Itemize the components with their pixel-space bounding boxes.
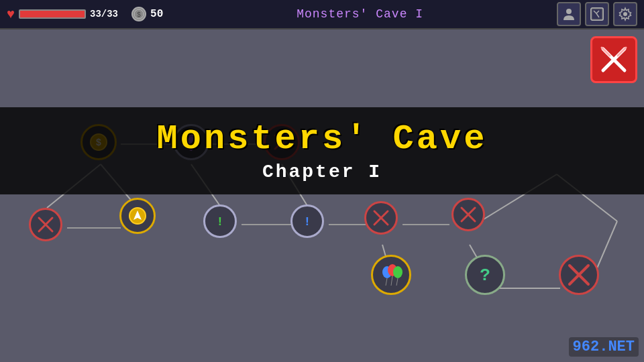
banner-subtitle: Chapter I <box>0 162 644 182</box>
health-bar-fill <box>20 11 85 17</box>
svg-line-24 <box>602 48 610 56</box>
svg-point-44 <box>393 266 402 278</box>
character-button[interactable] <box>557 2 581 26</box>
watermark-prefix: 9 <box>573 339 582 355</box>
svg-line-47 <box>396 278 398 286</box>
battle-button[interactable] <box>590 36 637 83</box>
svg-line-25 <box>618 48 626 56</box>
level-title: Monsters' Cave I <box>163 7 557 21</box>
svg-text:!: ! <box>217 215 224 229</box>
coin-container: $ 50 <box>131 7 163 21</box>
title-banner: Monsters' Cave Chapter I <box>0 107 644 194</box>
map-button[interactable] <box>585 2 609 26</box>
map-node-unknown[interactable]: ? <box>465 255 505 295</box>
settings-button[interactable] <box>613 2 637 26</box>
svg-line-46 <box>391 276 392 286</box>
svg-line-15 <box>597 221 617 268</box>
heart-icon: ♥ <box>7 7 15 22</box>
map-node-combat-4[interactable] <box>29 208 62 241</box>
map-node-combat-12[interactable] <box>559 255 599 295</box>
svg-point-21 <box>623 12 627 16</box>
health-container: ♥ 33/33 <box>7 7 118 22</box>
svg-point-18 <box>566 9 572 14</box>
health-text: 33/33 <box>90 9 118 19</box>
hud-bar: ♥ 33/33 $ 50 Monsters' Cave I <box>0 0 644 29</box>
map-node-arrow[interactable] <box>119 198 156 234</box>
svg-line-45 <box>386 278 387 286</box>
svg-text:!: ! <box>304 215 311 229</box>
map-node-combat-9[interactable] <box>451 198 485 231</box>
map-node-event-6[interactable]: ! <box>203 204 237 238</box>
hud-icons <box>557 2 637 26</box>
health-bar <box>19 9 86 19</box>
banner-title: Monsters' Cave <box>0 119 644 159</box>
coin-icon: $ <box>131 7 146 21</box>
map-node-balloon[interactable] <box>371 255 411 295</box>
watermark-suffix: .NET <box>599 339 635 355</box>
watermark: 962.NET <box>569 337 639 357</box>
watermark-highlight: 62 <box>582 339 599 355</box>
map-node-event-7[interactable]: ! <box>290 204 324 238</box>
coin-amount: 50 <box>150 8 163 20</box>
map-node-combat-8[interactable] <box>364 201 398 235</box>
svg-text:?: ? <box>480 265 490 286</box>
svg-text:$: $ <box>137 11 141 19</box>
